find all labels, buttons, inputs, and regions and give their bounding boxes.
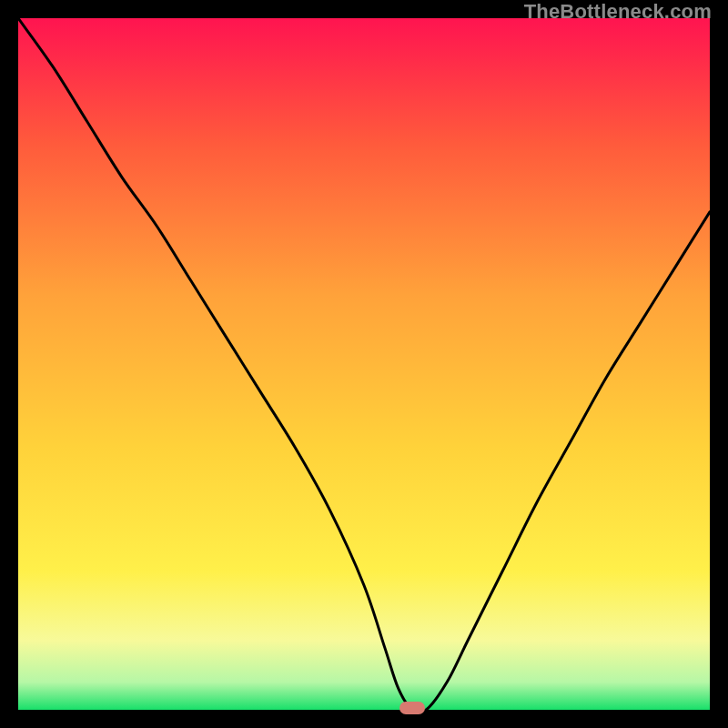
bottleneck-chart xyxy=(18,18,710,710)
watermark-text: TheBottleneck.com xyxy=(524,0,712,24)
gradient-background xyxy=(18,18,710,710)
chart-frame: TheBottleneck.com xyxy=(0,0,728,728)
optimal-point-marker xyxy=(399,702,425,714)
